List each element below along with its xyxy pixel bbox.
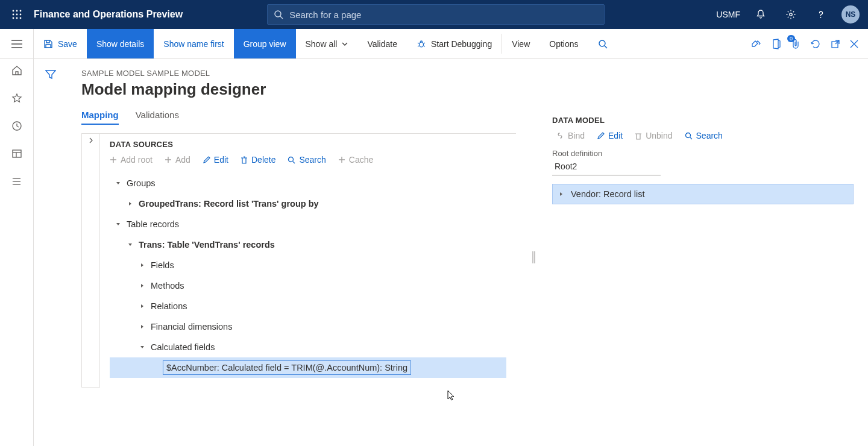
show-name-first-button[interactable]: Show name first <box>154 29 233 58</box>
svg-point-4 <box>16 14 18 16</box>
settings-icon[interactable] <box>781 0 800 29</box>
collapse-icon[interactable] <box>115 222 122 227</box>
tree-node-tablerecords[interactable]: Table records <box>110 214 506 234</box>
validate-button[interactable]: Validate <box>357 29 407 58</box>
search-icon <box>274 10 283 19</box>
page-title: Model mapping designer <box>81 80 516 99</box>
open-in-office-icon[interactable] <box>772 39 781 49</box>
collapse-icon[interactable] <box>139 345 146 350</box>
tree-node-fields[interactable]: Fields <box>110 255 506 275</box>
popout-icon[interactable] <box>831 39 840 49</box>
dm-edit-button[interactable]: Edit <box>597 131 623 140</box>
notifications-icon[interactable] <box>751 0 770 29</box>
svg-point-20 <box>12 178 13 179</box>
expand-icon[interactable] <box>139 263 146 268</box>
datamodel-node-vendor[interactable]: Vendor: Record list <box>552 184 854 204</box>
unbind-button[interactable]: Unbind <box>635 131 672 140</box>
breadcrumb: SAMPLE MODEL SAMPLE MODEL <box>81 69 516 78</box>
attachments-icon[interactable]: 0 <box>791 39 800 49</box>
search-button[interactable]: Search <box>288 155 326 165</box>
home-icon[interactable] <box>11 65 22 76</box>
bug-icon <box>417 39 426 49</box>
expand-icon[interactable] <box>139 283 146 288</box>
toolbar-search-icon[interactable] <box>588 29 617 58</box>
save-button[interactable]: Save <box>34 29 87 58</box>
show-all-dropdown[interactable]: Show all <box>296 29 358 58</box>
action-toolbar: Save Show details Show name first Group … <box>0 29 868 59</box>
show-details-button[interactable]: Show details <box>87 29 154 58</box>
tree-node-groupedtrans[interactable]: GroupedTrans: Record list 'Trans' group … <box>110 193 506 214</box>
add-button[interactable]: Add <box>165 155 190 165</box>
svg-rect-14 <box>13 150 21 157</box>
start-debugging-button[interactable]: Start Debugging <box>407 29 502 58</box>
global-search-input[interactable]: Search for a page <box>267 4 605 25</box>
tab-mapping[interactable]: Mapping <box>81 110 119 125</box>
user-avatar[interactable]: NS <box>841 5 860 24</box>
options-menu[interactable]: Options <box>539 29 588 58</box>
refresh-icon[interactable] <box>810 39 821 49</box>
group-view-button[interactable]: Group view <box>234 29 296 58</box>
svg-point-34 <box>685 133 690 137</box>
collapse-icon[interactable] <box>115 181 122 186</box>
svg-point-8 <box>20 17 22 19</box>
svg-line-28 <box>605 46 607 48</box>
svg-point-2 <box>20 10 22 12</box>
svg-point-21 <box>12 181 13 182</box>
svg-point-12 <box>820 17 822 18</box>
global-header: Finance and Operations Preview Search fo… <box>0 0 868 29</box>
favorites-icon[interactable] <box>11 93 22 104</box>
bind-button[interactable]: Bind <box>556 131 585 140</box>
svg-point-9 <box>275 11 281 17</box>
root-definition-label: Root definition <box>552 149 854 158</box>
tree-node-groups[interactable]: Groups <box>110 173 506 193</box>
add-root-button[interactable]: Add root <box>110 155 153 165</box>
expand-icon[interactable] <box>139 324 146 329</box>
svg-point-27 <box>599 40 605 46</box>
svg-point-26 <box>419 42 423 47</box>
personalize-icon[interactable] <box>751 39 762 49</box>
dm-search-button[interactable]: Search <box>685 131 723 140</box>
save-icon <box>43 39 53 49</box>
tree-node-methods[interactable]: Methods <box>110 275 506 296</box>
expand-icon[interactable] <box>559 192 564 196</box>
chevron-down-icon <box>342 42 348 46</box>
help-icon[interactable] <box>811 0 831 29</box>
svg-point-30 <box>289 157 294 162</box>
nav-toggle-icon[interactable] <box>0 29 34 58</box>
app-title: Finance and Operations Preview <box>34 9 183 20</box>
delete-button[interactable]: Delete <box>241 155 275 165</box>
expand-icon[interactable] <box>139 304 146 309</box>
svg-line-35 <box>690 137 692 139</box>
svg-point-22 <box>12 184 13 185</box>
close-icon[interactable] <box>850 40 858 48</box>
expand-icon[interactable] <box>127 201 134 206</box>
tree-node-findim[interactable]: Financial dimensions <box>110 316 506 337</box>
collapse-icon[interactable] <box>127 242 134 247</box>
view-menu[interactable]: View <box>502 29 539 58</box>
splitter-handle[interactable] <box>530 69 538 446</box>
tree-node-trans[interactable]: Trans: Table 'VendTrans' records <box>110 234 506 255</box>
tree-node-accnumber[interactable]: $AccNumber: Calculated field = TRIM(@.Ac… <box>110 357 506 378</box>
svg-point-3 <box>13 14 14 16</box>
edit-button[interactable]: Edit <box>203 155 228 165</box>
svg-line-10 <box>280 16 283 19</box>
tab-validations[interactable]: Validations <box>136 110 179 125</box>
tree-node-relations[interactable]: Relations <box>110 296 506 316</box>
recent-icon[interactable] <box>11 121 22 131</box>
company-picker[interactable]: USMF <box>716 10 740 19</box>
modules-icon[interactable] <box>11 176 22 187</box>
cache-button[interactable]: Cache <box>338 155 373 165</box>
svg-point-1 <box>16 10 18 12</box>
tree-node-calcfields[interactable]: Calculated fields <box>110 337 506 357</box>
search-placeholder: Search for a page <box>289 10 361 20</box>
svg-point-7 <box>16 17 18 19</box>
filter-icon[interactable] <box>45 70 56 446</box>
svg-point-6 <box>13 17 14 19</box>
svg-point-11 <box>790 13 792 16</box>
workspaces-icon[interactable] <box>11 148 22 159</box>
nav-rail <box>0 29 34 446</box>
root-definition-field[interactable]: Root2 <box>552 158 661 175</box>
app-launcher-icon[interactable] <box>5 0 29 29</box>
panel-expand-icon[interactable] <box>81 133 99 388</box>
svg-point-5 <box>20 14 22 16</box>
